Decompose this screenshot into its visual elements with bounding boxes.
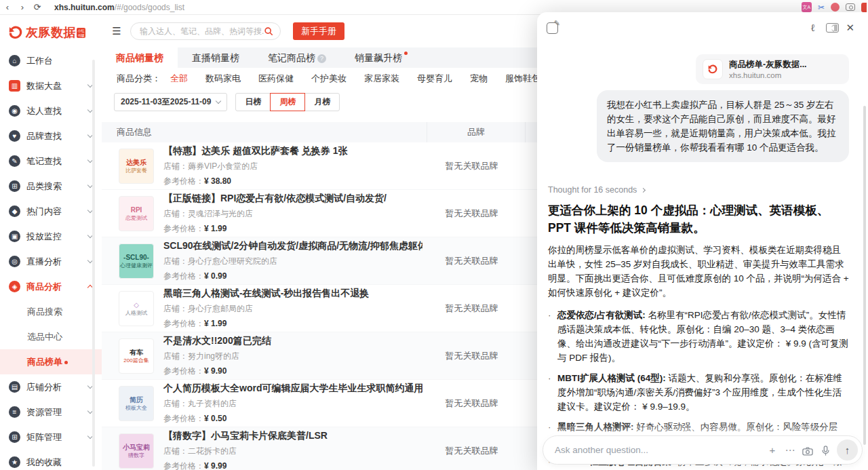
sidebar-subitem-goods-ranking[interactable]: 商品榜单 [0,349,102,374]
address-bar[interactable]: xhs.huitun.com/#/goods/goods_list [54,3,184,12]
sidebar-item-resource-management[interactable]: ≡ 资源管理 [0,399,102,425]
sidebar-item-shop-analysis[interactable]: ▤ 店铺分析 [0,374,102,399]
more-options-icon[interactable]: ⋯ [781,444,799,456]
sidebar-item-label: 品牌查找 [26,130,62,142]
sidebar-item-ads-monitor[interactable]: ▣ 投放监控 [0,224,102,249]
tab-sales-surge-ranking[interactable]: 销量飙升榜 [340,47,422,68]
sidebar-scrollbar[interactable] [92,60,95,467]
product-price: 参考价格：¥ 1.99 [163,318,422,330]
daily-ranking-button[interactable]: 日榜 [235,93,271,111]
tab-goods-sales-ranking[interactable]: 商品销量榜 [102,47,178,68]
send-button[interactable]: ↑ [837,439,858,461]
weekly-ranking-button[interactable]: 周榜 [270,93,305,111]
product-price: 参考价格：¥ 1.99 [163,223,422,235]
sidebar-item-label: 我的收藏 [26,456,62,469]
close-icon[interactable]: ✕ [846,22,854,34]
microphone-icon[interactable] [816,444,834,456]
sidebar-item-label: 直播分析 [26,256,62,268]
hot-content-icon: ◆ [9,205,20,217]
search-icon[interactable] [264,26,273,36]
category-pets[interactable]: 宠物 [470,73,488,85]
sidebar-item-workbench[interactable]: ⌂ 工作台 [0,48,102,73]
column-product-info: 商品信息 [102,122,427,142]
thought-toggle[interactable]: Thought for 16 seconds [548,185,849,195]
url-path: /#/goods/goods_list [115,3,184,12]
clipped-extension-icon[interactable] [861,3,867,12]
category-baby[interactable]: 母婴育儿 [417,73,452,85]
product-title[interactable]: 个人简历模板大全word可编辑应届大学生毕业生求职简约通用高端 [163,383,422,395]
product-shop: 店铺：薅券VIP小食堂的店 [163,161,422,172]
logo[interactable]: 灰豚数据 小红书版 [0,15,102,48]
url-host: xhs.huitun.com [54,3,115,12]
monthly-ranking-button[interactable]: 月榜 [304,93,340,111]
sidebar-item-goods-analysis[interactable]: ◈ 商品分析 [0,274,102,299]
product-price: 参考价格：¥ 9.99 [163,461,422,470]
product-title[interactable]: 【特惠】达美乐 超值双比萨套餐 兑换券 1张 [163,145,422,157]
date-range-select[interactable]: 2025-11-03至2025-11-09 [114,93,227,111]
product-title[interactable]: SCL90在线测试/2分钟自动发货/虚拟商品/无物流/抑郁焦虑躯体化 [163,240,422,252]
category-home[interactable]: 家居家装 [364,73,399,85]
red-extension-icon[interactable] [831,3,840,12]
product-title[interactable]: 【正版链接】RPI恋爱占有欲/依恋模式测试/自动发货/ [163,193,422,205]
camera-extension-icon[interactable] [846,3,855,11]
sidebar-item-brand-search[interactable]: ♥ 品牌查找 [0,123,102,149]
product-thumbnail: ◇ 人格测试 [119,291,154,326]
sidebar-subitem-label: 商品搜索 [27,306,62,318]
sidebar-item-label: 笔记查找 [26,155,62,168]
sidebar-subitem-label: 选品中心 [27,331,62,343]
panel-scrollbar[interactable] [863,106,866,445]
help-icon[interactable]: ? [317,54,326,63]
translate-extension-icon[interactable]: 文A [802,2,812,12]
collapse-sidebar-icon[interactable]: ☰ [107,25,126,37]
chat-input[interactable]: Ask another question... + ⋯ ↑ [542,435,863,465]
source-page-title: 商品榜单-灰豚数据... [729,59,807,71]
product-thumbnail: -SCL90- 心理健康测评 [119,243,154,279]
tab-note-goods-ranking[interactable]: 笔记商品榜? [254,47,340,68]
brand-search-icon: ♥ [9,130,20,142]
product-thumbnail: 达美乐 比萨套餐 [119,149,154,184]
new-chat-icon[interactable] [547,22,558,34]
product-title[interactable]: 不是清水文!!200篇已完结 [163,335,422,347]
sidebar-subitem-selection-center[interactable]: 选品中心 [0,324,102,349]
assistant-panel: ℓ ✕ 商品榜单-灰豚数据... xhs.huitun.com 我想在小红书上卖… [537,12,868,470]
pen-icon[interactable]: ℓ [810,22,815,34]
favorites-icon: ★ [9,456,20,468]
beginner-manual-button[interactable]: 新手手册 [293,22,344,40]
category-digital[interactable]: 数码家电 [205,73,241,85]
sidebar-item-matrix-management[interactable]: ⊞ 矩阵管理 [0,425,102,450]
sidebar-item-hot-content[interactable]: ◆ 热门内容 [0,199,102,224]
sidebar-item-live-analysis[interactable]: ◎ 直播分析 [0,249,102,274]
brand-cell: 暂无关联品牌 [422,445,521,457]
product-price: 参考价格：¥ 9.90 [163,366,422,377]
source-page-card[interactable]: 商品榜单-灰豚数据... xhs.huitun.com [696,54,849,84]
product-title[interactable]: 黑暗三角人格测试-在线测试-秒出报告售出不退换 [163,288,422,300]
forward-icon[interactable]: › [15,2,30,12]
tab-live-sales-ranking[interactable]: 直播销量榜 [178,47,254,68]
category-beauty[interactable]: 个护美妆 [311,73,347,85]
sidebar-item-influencer-search[interactable]: ◉ 达人查找 [0,98,102,123]
global-search-input[interactable]: 输入达人、笔记、品牌、热词等搜... [130,22,281,40]
attach-plus-icon[interactable]: + [764,444,781,456]
resource-icon: ≡ [9,406,20,418]
category-all[interactable]: 全部 [170,73,188,85]
scissors-extension-icon[interactable]: ✂ [818,3,825,12]
product-shop: 店铺：努力ing呀的店 [163,351,422,362]
category-search-icon: ⊞ [9,180,20,192]
sidebar-item-label: 热门内容 [26,205,62,218]
product-title[interactable]: 【猜数字】小马宝莉卡片保底美普/LSR [163,430,422,442]
huitun-logo-icon [707,63,719,75]
screenshot-camera-icon[interactable] [799,444,816,456]
category-apparel[interactable]: 服饰鞋包 [505,73,540,85]
sidebar-item-category-search[interactable]: ⊞ 品类搜索 [0,174,102,199]
sidebar-item-dashboard[interactable]: ▥ 数据大盘 [0,73,102,98]
period-segment: 日榜 周榜 月榜 [236,93,340,111]
reload-icon[interactable]: ⟳ [30,2,45,12]
live-analysis-icon: ◎ [9,256,20,267]
chat-input-placeholder: Ask another question... [555,445,764,455]
back-icon[interactable]: ‹ [0,2,15,12]
sidebar-item-favorites[interactable]: ★ 我的收藏 [0,450,102,470]
category-health[interactable]: 医药保健 [258,73,294,85]
sidebar-subitem-goods-search[interactable]: 商品搜索 [0,299,102,324]
column-brand: 品牌 [427,122,526,142]
sidebar-item-note-search[interactable]: ✎ 笔记查找 [0,149,102,174]
